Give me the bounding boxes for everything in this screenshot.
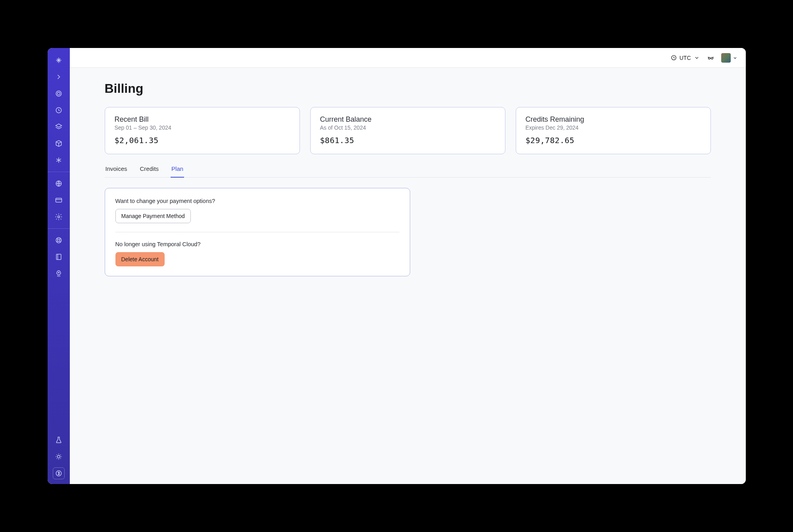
card-title: Current Balance xyxy=(320,115,495,124)
manage-payment-button[interactable]: Manage Payment Method xyxy=(115,209,191,223)
card-sub: Sep 01 – Sep 30, 2024 xyxy=(115,124,290,131)
card-credits-remaining: Credits Remaining Expires Dec 29, 2024 $… xyxy=(516,107,711,154)
glasses-icon[interactable] xyxy=(707,54,714,61)
logo-icon[interactable] xyxy=(51,52,67,68)
timezone-label: UTC xyxy=(680,55,691,61)
layers-icon[interactable] xyxy=(51,119,67,135)
content: Billing Recent Bill Sep 01 – Sep 30, 202… xyxy=(70,68,746,290)
svg-point-13 xyxy=(708,57,710,59)
topbar: UTC xyxy=(70,48,746,68)
sun-icon[interactable] xyxy=(51,449,67,465)
chevron-right-icon[interactable] xyxy=(51,69,67,85)
flask-icon[interactable] xyxy=(51,432,67,448)
svg-point-10 xyxy=(57,455,60,458)
chevron-down-icon xyxy=(732,55,738,61)
plan-card: Want to change your payment options? Man… xyxy=(105,188,410,276)
svg-point-5 xyxy=(58,216,60,218)
svg-point-1 xyxy=(57,92,60,95)
summary-cards: Recent Bill Sep 01 – Sep 30, 2024 $2,061… xyxy=(105,107,711,154)
asterisk-icon[interactable] xyxy=(51,152,67,168)
delete-account-button[interactable]: Delete Account xyxy=(115,252,165,266)
timezone-picker[interactable]: UTC xyxy=(670,54,700,61)
page-title: Billing xyxy=(105,81,711,96)
payment-prompt: Want to change your payment options? xyxy=(115,198,399,204)
svg-rect-8 xyxy=(56,254,61,259)
card-title: Credits Remaining xyxy=(526,115,701,124)
main: UTC Billing Recent Bill Sep 01 – Sep 30,… xyxy=(70,48,746,484)
svg-rect-4 xyxy=(56,198,61,202)
divider xyxy=(115,232,399,232)
currency-icon[interactable] xyxy=(53,467,65,479)
card-current-balance: Current Balance As of Oct 15, 2024 $861.… xyxy=(310,107,505,154)
user-menu[interactable] xyxy=(721,53,738,63)
tab-plan[interactable]: Plan xyxy=(171,165,184,178)
svg-point-14 xyxy=(711,57,713,59)
card-amount: $2,061.35 xyxy=(115,136,290,145)
cube-icon[interactable] xyxy=(51,136,67,151)
globe-icon[interactable] xyxy=(51,176,67,191)
book-icon[interactable] xyxy=(51,249,67,265)
card-amount: $861.35 xyxy=(320,136,495,145)
chevron-down-icon xyxy=(693,54,700,61)
card-sub: As of Oct 15, 2024 xyxy=(320,124,495,131)
tab-credits[interactable]: Credits xyxy=(139,165,160,178)
sidebar xyxy=(48,48,70,484)
sidebar-divider xyxy=(48,172,70,172)
tab-invoices[interactable]: Invoices xyxy=(105,165,128,178)
tabs: Invoices Credits Plan xyxy=(105,165,711,178)
gear-icon[interactable] xyxy=(51,209,67,225)
card-recent-bill: Recent Bill Sep 01 – Sep 30, 2024 $2,061… xyxy=(105,107,300,154)
target-icon[interactable] xyxy=(51,86,67,101)
delete-prompt: No longer using Temporal Cloud? xyxy=(115,241,399,247)
life-ring-icon[interactable] xyxy=(51,232,67,248)
clock-icon[interactable] xyxy=(51,102,67,118)
credit-card-icon[interactable] xyxy=(51,192,67,208)
svg-point-9 xyxy=(58,272,59,273)
card-amount: $29,782.65 xyxy=(526,136,701,145)
card-title: Recent Bill xyxy=(115,115,290,124)
sidebar-divider xyxy=(48,228,70,229)
rocket-icon[interactable] xyxy=(51,266,67,281)
card-sub: Expires Dec 29, 2024 xyxy=(526,124,701,131)
svg-point-7 xyxy=(58,239,60,241)
svg-point-0 xyxy=(56,91,61,96)
app-window: UTC Billing Recent Bill Sep 01 – Sep 30,… xyxy=(48,48,746,484)
avatar xyxy=(721,53,731,63)
